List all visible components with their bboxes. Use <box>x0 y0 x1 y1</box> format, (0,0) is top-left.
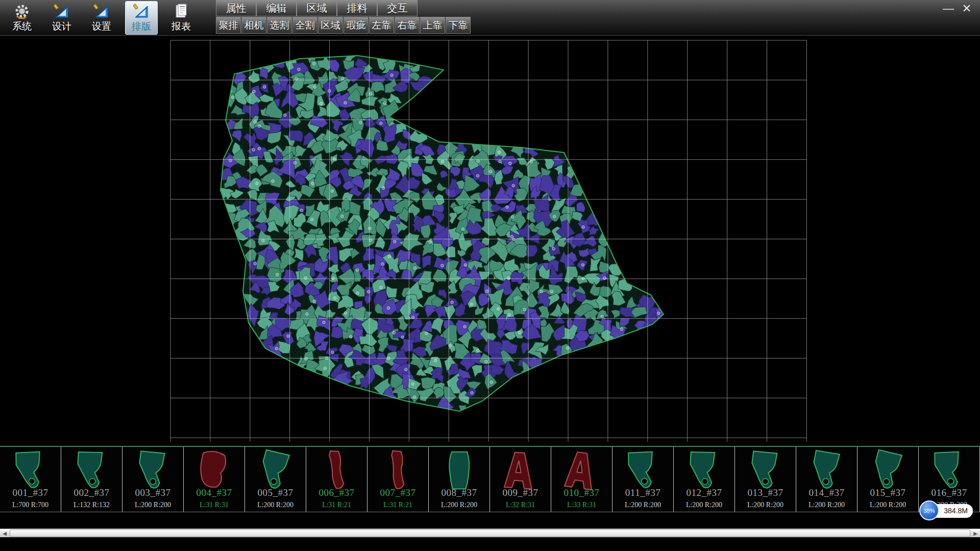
tray-piece-001_#37[interactable]: 001_#37L:700 R:700 <box>0 447 61 512</box>
piece-id-label: 012_#37 <box>674 487 734 498</box>
piece-lr-label: L:200 R:200 <box>735 501 796 509</box>
toolbar-button-layout[interactable]: 排版 <box>125 1 158 35</box>
tray-piece-002_#37[interactable]: 002_#37L:132 R:132 <box>61 447 122 512</box>
ruler-icon <box>133 3 150 19</box>
tray-piece-014_#37[interactable]: 014_#37L:200 R:200 <box>796 447 857 512</box>
piece-id-label: 009_#37 <box>490 487 551 498</box>
piece-lr-label: L:200 R:200 <box>612 501 673 509</box>
tool-button-snap-right[interactable]: 右靠 <box>395 17 420 34</box>
tray-piece-005_#37[interactable]: 005_#37L:200 R:200 <box>245 447 306 512</box>
tool-button-camera[interactable]: 相机 <box>241 17 266 34</box>
piece-thumbnail <box>743 448 786 493</box>
scroll-right-icon[interactable]: ▶ <box>971 529 980 538</box>
piece-id-label: 008_#37 <box>429 487 489 498</box>
tool-button-snap-top[interactable]: 上靠 <box>420 17 445 34</box>
main-toolbar-items: 系统设计设置排版报表 <box>2 0 201 36</box>
menu-area: 属性编辑区域排料交互 聚排相机选割全割区域瑕疵左靠右靠上靠下靠 <box>216 0 471 34</box>
toolbar-button-label: 系统 <box>12 20 32 33</box>
toolbar-button-label: 设置 <box>92 20 111 33</box>
piece-id-label: 014_#37 <box>796 487 857 498</box>
piece-lr-label: L:200 R:200 <box>122 501 183 509</box>
piece-id-label: 005_#37 <box>245 487 306 498</box>
tool-button-defect[interactable]: 瑕疵 <box>344 17 369 34</box>
toolbar-button-design[interactable]: 设计 <box>45 1 78 35</box>
piece-lr-label: L:33 R:31 <box>551 501 612 509</box>
tool-button-cut-all[interactable]: 全割 <box>292 17 317 34</box>
menu-tab-region[interactable]: 区域 <box>297 0 337 16</box>
piece-id-label: 006_#37 <box>306 487 367 498</box>
toolbar-button-settings[interactable]: 设置 <box>85 1 118 35</box>
gear-icon <box>13 3 31 19</box>
piece-id-label: 016_#37 <box>919 487 979 498</box>
piece-lr-label: L:200 R:200 <box>429 501 489 509</box>
toolbar-button-label: 排版 <box>132 20 151 33</box>
tray-piece-004_#37[interactable]: 004_#37L:31 R:31 <box>184 447 245 512</box>
menu-tab-properties[interactable]: 属性 <box>216 0 256 16</box>
close-button[interactable]: ✕ <box>960 2 974 15</box>
nesting-canvas-svg <box>0 36 980 446</box>
toolbar-button-label: 报表 <box>172 20 191 33</box>
menu-tab-interact[interactable]: 交互 <box>377 0 418 16</box>
progress-percent-badge: 38% <box>919 500 939 520</box>
piece-id-label: 004_#37 <box>184 487 244 498</box>
piece-id-label: 015_#37 <box>857 487 918 498</box>
menu-tabs-row: 属性编辑区域排料交互 <box>216 0 471 16</box>
scrollbar-thumb[interactable] <box>10 530 970 537</box>
tray-piece-013_#37[interactable]: 013_#37L:200 R:200 <box>735 447 796 512</box>
tray-piece-006_#37[interactable]: 006_#37L:31 R:21 <box>306 447 368 512</box>
tool-buttons-row: 聚排相机选割全割区域瑕疵左靠右靠上靠下靠 <box>216 17 471 34</box>
tray-piece-011_#37[interactable]: 011_#37L:200 R:200 <box>612 447 674 512</box>
menu-tab-edit[interactable]: 编辑 <box>256 0 297 16</box>
piece-lr-label: L:200 R:200 <box>796 501 857 509</box>
tool-button-snap-left[interactable]: 左靠 <box>369 17 394 34</box>
piece-thumbnail <box>437 448 480 493</box>
piece-id-label: 013_#37 <box>735 487 796 498</box>
tray-piece-015_#37[interactable]: 015_#37L:200 R:200 <box>857 447 919 512</box>
piece-lr-label: L:700 R:700 <box>0 501 61 509</box>
piece-lr-label: L:31 R:21 <box>368 501 428 509</box>
piece-thumbnail <box>131 448 174 493</box>
scroll-left-icon[interactable]: ◀ <box>0 529 9 538</box>
toolbar-button-label: 设计 <box>52 20 71 33</box>
piece-lr-label: L:200 R:200 <box>674 501 734 509</box>
piece-lr-label: L:31 R:21 <box>306 501 367 509</box>
piece-lr-label: L:200 R:200 <box>245 501 306 509</box>
toolbar-button-system[interactable]: 系统 <box>6 1 38 35</box>
toolbar-button-report[interactable]: 报表 <box>165 1 198 35</box>
report-icon <box>173 3 190 19</box>
tray-piece-007_#37[interactable]: 007_#37L:31 R:21 <box>368 447 429 512</box>
piece-id-label: 007_#37 <box>368 487 428 498</box>
piece-id-label: 011_#37 <box>612 487 673 498</box>
piece-id-label: 003_#37 <box>122 487 183 498</box>
piece-id-label: 010_#37 <box>551 487 612 498</box>
horizontal-scrollbar[interactable]: ◀ ▶ <box>0 529 980 537</box>
nesting-canvas[interactable] <box>0 36 980 446</box>
piece-lr-label: L:200 R:200 <box>857 501 918 509</box>
piece-lr-label: L:32 R:31 <box>490 501 551 509</box>
ruler-icon <box>93 3 110 19</box>
piece-id-label: 001_#37 <box>0 487 61 498</box>
minimize-button[interactable]: — <box>941 2 955 15</box>
tool-button-select-cut[interactable]: 选割 <box>267 17 292 34</box>
tray-piece-010_#37[interactable]: 010_#37L:33 R:31 <box>551 447 612 512</box>
tray-piece-012_#37[interactable]: 012_#37L:200 R:200 <box>674 447 735 512</box>
piece-id-label: 002_#37 <box>61 487 122 498</box>
menu-tab-nesting[interactable]: 排料 <box>337 0 377 16</box>
tray-piece-009_#37[interactable]: 009_#37L:32 R:31 <box>490 447 551 512</box>
pieces-tray: 001_#37L:700 R:700002_#37L:132 R:132003_… <box>0 446 980 512</box>
tool-button-cluster-nest[interactable]: 聚排 <box>216 17 241 34</box>
piece-lr-label: L:31 R:31 <box>184 501 244 509</box>
tool-button-snap-bottom[interactable]: 下靠 <box>446 17 471 34</box>
ruler-icon <box>53 3 70 19</box>
tray-piece-008_#37[interactable]: 008_#37L:200 R:200 <box>429 447 490 512</box>
tool-button-region[interactable]: 区域 <box>318 17 343 34</box>
tray-piece-003_#37[interactable]: 003_#37L:200 R:200 <box>122 447 184 512</box>
main-toolbar: 系统设计设置排版报表 属性编辑区域排料交互 聚排相机选割全割区域瑕疵左靠右靠上靠… <box>0 0 980 36</box>
piece-lr-label: L:132 R:132 <box>61 501 122 509</box>
